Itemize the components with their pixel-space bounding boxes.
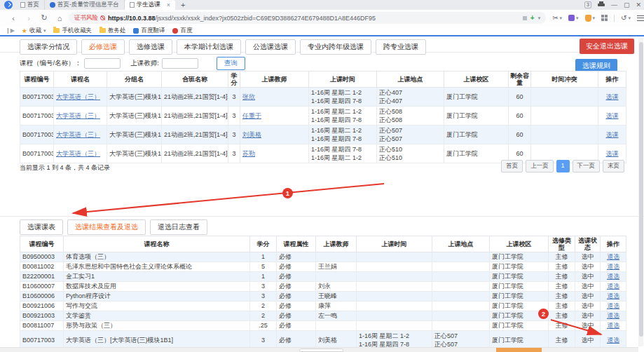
close-button[interactable]: ✕ [636, 0, 641, 10]
column-header: 上课校区 [490, 236, 549, 252]
new-tab-button[interactable]: + [175, 0, 191, 10]
course-name-link[interactable]: 大学英语（三） [56, 112, 100, 119]
minimize-button[interactable]: — [611, 0, 617, 10]
pagination-button-current[interactable]: 1 [556, 160, 570, 172]
module-tab[interactable]: 专业内跨年级选课 [300, 39, 371, 55]
module-tab[interactable]: 跨专业选课 [376, 39, 426, 55]
browser-tab[interactable]: 学生选课× [125, 0, 175, 10]
cell-attribute: 必修 [277, 282, 316, 292]
withdraw-course-link[interactable]: 退选 [607, 322, 619, 329]
screenshot-tool[interactable]: ✂▾ [552, 14, 562, 22]
result-tab[interactable]: 退选日志查看 [150, 219, 207, 235]
browser-address-bar: ‹ › ↻ ⌂ 证书风险 https://10.0.3.88/jsxsd/xsx… [0, 10, 644, 26]
teacher-search-input[interactable] [162, 58, 198, 69]
bookmark-item[interactable]: 教务处 [100, 27, 126, 35]
theme-hat-icon[interactable] [598, 4, 605, 6]
tab-count-badge[interactable]: 3 [584, 1, 591, 8]
select-course-link[interactable]: 选课 [606, 93, 619, 100]
teacher-link[interactable]: 任重于 [242, 112, 261, 119]
history-undo-icon[interactable]: ↺▾ [621, 14, 631, 22]
cell-class-name: 21动画2班,21国贸[1-4]班,21... [162, 126, 228, 144]
withdraw-course-link[interactable]: 退选 [607, 263, 619, 270]
module-tab[interactable]: 本学期计划选课 [177, 39, 241, 55]
extensions-icon[interactable]: ▾ [568, 15, 579, 21]
withdraw-course-link[interactable]: 退选 [607, 302, 619, 309]
teacher-link[interactable]: 张欣 [242, 93, 255, 100]
cell-status: 选中 [575, 272, 601, 282]
cell-course-id: B00921003 [20, 311, 64, 321]
teacher-link[interactable]: 苏勤 [242, 150, 255, 157]
cell-course-id: B00921006 [20, 302, 64, 311]
browser-logo-icon[interactable] [4, 1, 13, 9]
selected-course-row: B22200001金工实习11必修厦门工学院主修选中退选 [20, 272, 626, 282]
pagination-button[interactable]: 下一页 [573, 160, 601, 172]
course-selection-page: 选课学分情况必修选课选修选课本学期计划选课公选课选课专业内跨年级选课跨专业选课 … [0, 36, 644, 352]
withdraw-course-link[interactable]: 退选 [607, 273, 619, 280]
module-tab[interactable]: 选修选课 [129, 39, 172, 55]
withdraw-course-link[interactable]: 退选 [607, 292, 619, 299]
tab-close-icon[interactable]: × [167, 1, 170, 8]
bookmark-item[interactable]: 百度翻译 [133, 27, 165, 35]
cell-teacher: 张欣 [240, 88, 309, 107]
course-name-link[interactable]: 大学英语（三） [56, 93, 100, 100]
module-tab[interactable]: 选课学分情况 [20, 39, 77, 55]
cell-credit: 2 [250, 302, 277, 311]
pagination-button[interactable]: 上一页 [526, 160, 554, 172]
withdraw-course-link[interactable]: 退选 [607, 283, 619, 290]
chevron-down-icon[interactable]: ▾ [538, 15, 541, 21]
cell-times [357, 272, 432, 282]
reader-mode-icon[interactable] [523, 16, 527, 20]
cell-attribute: 必修 [277, 321, 316, 331]
bookmark-item[interactable]: 手机收藏夹 [53, 27, 92, 35]
safe-logout-button[interactable]: 安全退出选课 [580, 39, 634, 54]
select-course-link[interactable]: 选课 [606, 112, 619, 119]
module-tab-active[interactable]: 必修选课 [81, 39, 125, 55]
apps-grid-icon[interactable] [601, 15, 608, 21]
withdraw-course-link[interactable]: 退选 [607, 337, 619, 344]
withdraw-course-link[interactable]: 退选 [607, 253, 619, 260]
browser-tab[interactable]: 首页-质量管理信息平台 [45, 0, 125, 10]
add-bookmark-icon[interactable]: + [530, 15, 535, 22]
baidu-translate-icon [133, 28, 139, 34]
column-header: 课程编号 [20, 236, 64, 252]
browser-tab[interactable]: 首页 [15, 0, 45, 10]
result-tab-active[interactable]: 选课结果查看及退选 [67, 219, 146, 235]
cell-conflict [531, 126, 598, 144]
teacher-link[interactable]: 刘美格 [242, 131, 261, 138]
query-button[interactable]: 查询 [217, 57, 245, 70]
cell-times: 1-16周 星期二 1-21-16周 星期四 7-8 [309, 107, 377, 126]
collapse-sidebar-icon[interactable]: ❙▶ [6, 27, 15, 34]
vertical-scrollbar[interactable] [638, 38, 643, 346]
place-line: 正心407 [379, 88, 441, 97]
cell-times: 1-16周 星期四 7-81-16周 星期二 1-2 [309, 144, 377, 163]
result-tab[interactable]: 选课课表 [20, 219, 63, 235]
course-search-input[interactable] [84, 58, 121, 69]
withdraw-course-link[interactable]: 退选 [607, 312, 619, 319]
vertical-scrollbar-thumb[interactable] [639, 42, 643, 337]
module-tab[interactable]: 公选课选课 [245, 39, 296, 55]
course-name-link[interactable]: 大学英语（三） [56, 150, 100, 157]
url-field[interactable]: 证书风险 https://10.0.3.88/jsxsd/xsxk/xsxk_i… [69, 12, 546, 24]
bookmark-item[interactable]: ★收藏▾ [22, 27, 46, 35]
security-shield-icon[interactable]: ▾ [585, 15, 596, 22]
cell-campus: 厦门工学院 [490, 321, 549, 331]
selected-course-row: B00811002毛泽东思想和中国特色社会主义理论体系概论5必修王兰娟厦门工学院… [20, 262, 626, 272]
cell-course-name: 文学鉴赏 [64, 311, 250, 321]
select-course-link[interactable]: 选课 [606, 150, 619, 157]
menu-icon[interactable] [637, 15, 644, 21]
home-icon[interactable]: ⌂ [52, 14, 67, 22]
bookmark-item[interactable]: 百度 [172, 27, 192, 35]
pagination-button[interactable]: 末页 [603, 160, 624, 172]
cell-course-name: 写作与交流 [64, 302, 250, 311]
maximize-button[interactable]: ▢ [624, 0, 630, 10]
horizontal-scrollbar[interactable] [0, 347, 638, 352]
forward-icon[interactable]: › [21, 14, 36, 22]
pagination-button[interactable]: 首页 [501, 160, 523, 172]
cell-campus: 厦门工学院 [444, 107, 509, 126]
horizontal-scrollbar-thumb[interactable] [299, 348, 343, 352]
reload-icon[interactable]: ↻ [36, 13, 52, 22]
back-icon[interactable]: ‹ [6, 14, 21, 22]
cell-places [432, 302, 490, 311]
course-name-link[interactable]: 大学英语（三） [56, 131, 100, 138]
select-course-link[interactable]: 选课 [606, 131, 619, 138]
